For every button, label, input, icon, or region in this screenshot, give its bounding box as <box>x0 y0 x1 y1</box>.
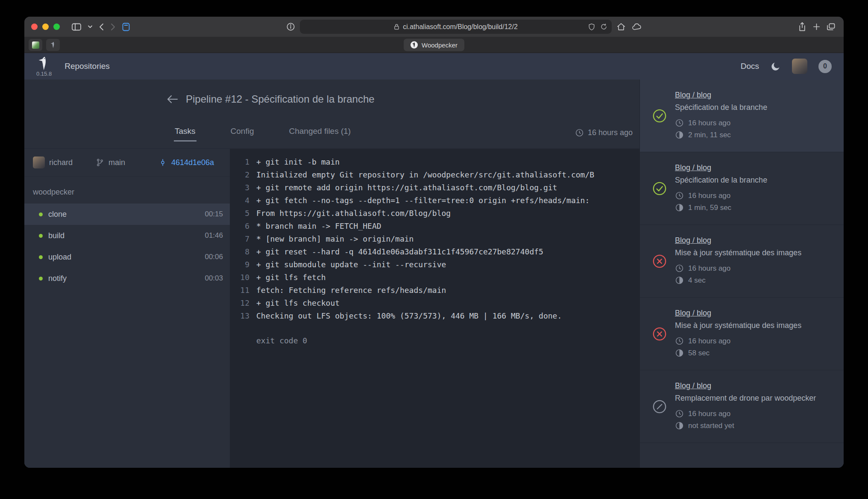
log-line: 12 + git lfs checkout <box>230 297 639 310</box>
time-row: 16 hours ago <box>675 190 833 202</box>
clock-icon <box>675 337 684 345</box>
commit-sha-link[interactable]: 4614d1e06a <box>171 158 214 167</box>
repo-link[interactable]: Blog / blog <box>675 236 711 245</box>
pipeline-content: richard main 4614d1e06a <box>24 149 639 468</box>
exit-code: exit code 0 <box>256 334 639 347</box>
duration-row: 4 sec <box>675 275 833 286</box>
log-line: 2 Initialized empty Git repository in /w… <box>230 168 639 181</box>
pipeline-status <box>651 181 668 196</box>
line-number: 7 <box>230 233 249 245</box>
pipeline-tabs: TasksConfigChanged files (1) <box>24 127 352 142</box>
start-page-button[interactable] <box>120 21 132 33</box>
privacy-badge-icon[interactable] <box>588 23 595 30</box>
sidebar-icon <box>71 23 82 31</box>
pipeline-tab[interactable]: Tasks <box>174 127 196 142</box>
nav-repositories-link[interactable]: Repositories <box>65 62 110 71</box>
timelapse-icon <box>675 130 684 139</box>
address-bar[interactable]: ci.athaliasoft.com/Blog/blog/build/12/2 <box>300 20 612 34</box>
home-logo-link[interactable]: 0.15.8 <box>36 56 52 77</box>
line-number: 9 <box>230 258 249 271</box>
home-button[interactable] <box>615 21 627 32</box>
pipeline-list-item[interactable]: Blog / blog Spécification de la branche … <box>640 152 844 225</box>
pipeline-tab[interactable]: Config <box>230 127 255 142</box>
commit-sha: 4614d1e06a <box>158 158 221 167</box>
close-window-button[interactable] <box>31 24 38 30</box>
line-text: + git remote add origin https://git.atha… <box>256 181 557 194</box>
status-pending-icon <box>652 399 667 414</box>
time-row: 16 hours ago <box>675 263 833 275</box>
active-tab[interactable]: Woodpecker <box>404 39 464 51</box>
app-navbar: 0.15.8 Repositories Docs 0 <box>24 53 844 80</box>
log-line: 8 + git reset --hard -q 4614d1e06a3dabf3… <box>230 245 639 258</box>
share-button[interactable] <box>797 21 808 33</box>
commit-author-name: richard <box>49 158 73 167</box>
line-text: * branch main -> FETCH_HEAD <box>256 220 381 233</box>
pipeline-list-item[interactable]: Blog / blog Mise à jour systématique des… <box>640 298 844 370</box>
log-line: 13 Checking out LFS objects: 100% (573/5… <box>230 310 639 322</box>
clock-icon <box>675 264 684 273</box>
duration-row: 58 sec <box>675 347 833 359</box>
reload-icon[interactable] <box>600 23 607 30</box>
clock-icon <box>675 118 684 127</box>
url-text: ci.athaliasoft.com/Blog/blog/build/12/2 <box>403 23 518 31</box>
pipeline-list-item[interactable]: Blog / blog <box>640 443 844 468</box>
pipeline-info: Blog / blog Spécification de la branche … <box>675 163 833 214</box>
line-number: 6 <box>230 220 249 233</box>
task-row[interactable]: build 01:46 <box>24 225 230 246</box>
commit-branch: main <box>96 158 158 167</box>
time-row: 16 hours ago <box>675 117 833 129</box>
theme-toggle-button[interactable] <box>770 61 781 72</box>
line-number: 4 <box>230 194 249 207</box>
icloud-tabs-button[interactable] <box>630 21 643 32</box>
pipeline-time: 16 hours ago <box>575 128 639 142</box>
woodpecker-favicon <box>411 41 418 49</box>
line-text: Initialized empty Git repository in /woo… <box>256 168 594 181</box>
task-name: build <box>48 231 65 240</box>
pipeline-tab[interactable]: Changed files (1) <box>288 127 352 142</box>
repo-link[interactable]: Blog / blog <box>675 91 711 100</box>
pipeline-list-item[interactable]: Blog / blog Mise à jour systématique des… <box>640 225 844 298</box>
pinned-tab-1[interactable] <box>29 39 42 51</box>
desktop-background: ci.athaliasoft.com/Blog/blog/build/12/2 <box>0 0 868 499</box>
tab-overview-button[interactable] <box>825 21 837 32</box>
repo-link[interactable]: Blog / blog <box>675 163 711 172</box>
queue-counter-badge[interactable]: 0 <box>818 60 832 73</box>
sidebar-toggle-button[interactable] <box>70 21 83 32</box>
log-lines: 1 + git init -b main 2 Initialized empty… <box>230 156 639 322</box>
sidebar-chevron-button[interactable] <box>86 24 94 30</box>
pipeline-header: Pipeline #12 - Spécification de la branc… <box>24 80 639 149</box>
version-label: 0.15.8 <box>36 71 52 77</box>
forward-button[interactable] <box>109 21 117 32</box>
nav-docs-link[interactable]: Docs <box>741 62 759 71</box>
pipeline-info: Blog / blog Mise à jour systématique des… <box>675 236 833 286</box>
task-panel: richard main 4614d1e06a <box>24 149 230 468</box>
pipeline-info: Blog / blog Spécification de la branche … <box>675 91 833 141</box>
commit-strip: richard main 4614d1e06a <box>24 148 230 177</box>
minimize-window-button[interactable] <box>42 24 49 30</box>
pipeline-back-button[interactable] <box>166 94 179 105</box>
user-avatar[interactable] <box>792 59 807 74</box>
log-area[interactable]: 1 + git init -b main 2 Initialized empty… <box>230 149 639 468</box>
tab-bar: Woodpecker <box>24 37 844 53</box>
browser-toolbar: ci.athaliasoft.com/Blog/blog/build/12/2 <box>24 17 844 37</box>
line-text: + git init -b main <box>256 156 340 168</box>
page-settings-button[interactable] <box>285 21 296 32</box>
log-line: 7 * [new branch] main -> origin/main <box>230 233 639 245</box>
zoom-window-button[interactable] <box>53 24 60 30</box>
task-status-dot <box>39 213 43 216</box>
timelapse-icon <box>675 203 684 212</box>
cloud-icon <box>632 23 642 31</box>
repo-link[interactable]: Blog / blog <box>675 309 711 318</box>
pipeline-tabs-row: TasksConfigChanged files (1) 16 hours ag… <box>24 127 639 142</box>
line-text: + git fetch --no-tags --depth=1 --filter… <box>256 194 589 207</box>
new-tab-button[interactable] <box>811 21 822 32</box>
back-button[interactable] <box>97 21 106 32</box>
task-row[interactable]: clone 00:15 <box>24 204 230 225</box>
repo-link[interactable]: Blog / blog <box>675 381 711 390</box>
pinned-tab-2[interactable] <box>46 39 60 51</box>
task-row[interactable]: upload 00:06 <box>24 246 230 268</box>
pipeline-list-item[interactable]: Blog / blog Spécification de la branche … <box>640 80 844 152</box>
line-number: 13 <box>230 310 249 322</box>
pipeline-list-item[interactable]: Blog / blog Remplacement de drone par wo… <box>640 370 844 443</box>
task-row[interactable]: notify 00:03 <box>24 268 230 289</box>
